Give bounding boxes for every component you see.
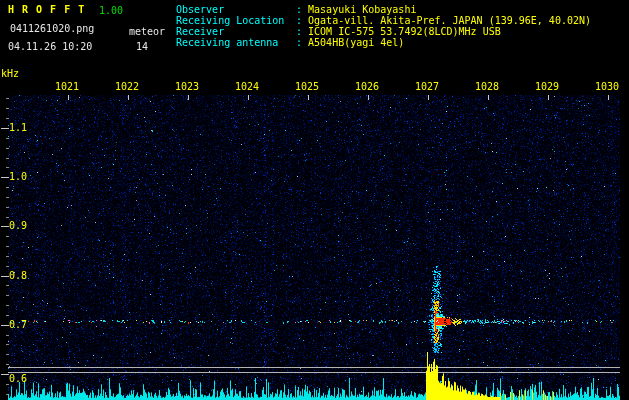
time-label-1028: 1028 xyxy=(475,81,499,92)
freq-label-0.8: 0.8 xyxy=(9,270,27,281)
app-version: 1.00 xyxy=(99,5,123,16)
info-label: Receiving Location xyxy=(176,15,296,26)
time-label-1021: 1021 xyxy=(55,81,79,92)
info-row: Receiving antenna: A504HB(yagi 4el) xyxy=(176,37,591,48)
time-label-1022: 1022 xyxy=(115,81,139,92)
freq-label-0.7: 0.7 xyxy=(9,319,27,330)
info-colon: : xyxy=(296,15,308,26)
mode-label: meteor xyxy=(129,26,165,37)
time-label-1030: 1030 xyxy=(595,81,619,92)
info-colon: : xyxy=(296,26,308,37)
app-title: H R O F F T xyxy=(8,4,85,15)
time-label-1026: 1026 xyxy=(355,81,379,92)
info-colon: : xyxy=(296,37,308,48)
info-label: Receiving antenna xyxy=(176,37,296,48)
info-row: Receiver: ICOM IC-575 53.7492(8LCD)MHz U… xyxy=(176,26,591,37)
station-info: Observer: Masayuki KobayashiReceiving Lo… xyxy=(176,4,591,48)
info-value: Masayuki Kobayashi xyxy=(308,4,416,15)
freq-label-1.1: 1.1 xyxy=(9,122,27,133)
spectrogram-canvas xyxy=(0,0,629,400)
time-label-1023: 1023 xyxy=(175,81,199,92)
freq-label-0.6: 0.6 xyxy=(9,373,27,384)
info-row: Observer: Masayuki Kobayashi xyxy=(176,4,591,15)
info-row: Receiving Location: Ogata-vill. Akita-Pr… xyxy=(176,15,591,26)
time-label-1025: 1025 xyxy=(295,81,319,92)
datetime-label: 04.11.26 10:20 xyxy=(8,41,92,52)
output-filename: 0411261020.png xyxy=(10,23,94,34)
freq-label-0.9: 0.9 xyxy=(9,220,27,231)
info-value: Ogata-vill. Akita-Pref. JAPAN (139.96E, … xyxy=(308,15,591,26)
meteor-count: 14 xyxy=(136,41,148,52)
info-colon: : xyxy=(296,4,308,15)
info-label: Receiver xyxy=(176,26,296,37)
info-value: A504HB(yagi 4el) xyxy=(308,37,404,48)
info-label: Observer xyxy=(176,4,296,15)
hrofft-screen: H R O F F T 1.00 0411261020.png meteor 0… xyxy=(0,0,629,400)
time-label-1027: 1027 xyxy=(415,81,439,92)
freq-axis-unit: kHz xyxy=(1,68,19,79)
info-value: ICOM IC-575 53.7492(8LCD)MHz USB xyxy=(308,26,501,37)
time-label-1024: 1024 xyxy=(235,81,259,92)
time-label-1029: 1029 xyxy=(535,81,559,92)
freq-label-1.0: 1.0 xyxy=(9,171,27,182)
